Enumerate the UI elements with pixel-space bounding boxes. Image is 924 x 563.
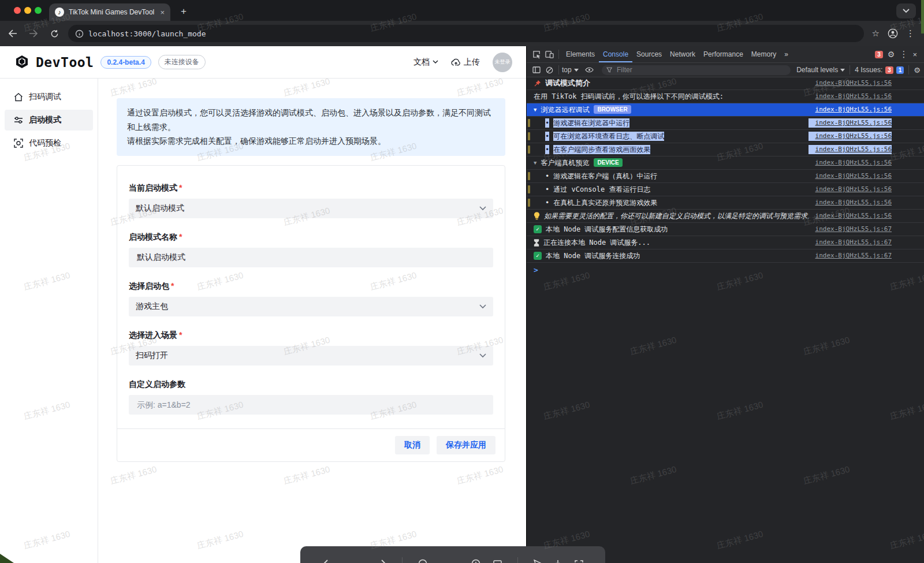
profile-icon[interactable] — [888, 28, 898, 39]
console-row: ✓ 本地 Node 调试服务配置信息获取成功 index-BjQHzL55.js… — [527, 223, 924, 236]
inspect-cursor-icon — [532, 50, 541, 59]
browser-tab[interactable]: ♪ TikTok Mini Games DevTool × — [49, 3, 170, 21]
tab-overflow-button[interactable] — [896, 3, 916, 18]
enter-scene-select[interactable]: 扫码打开 — [129, 346, 493, 366]
field-custom-params: 自定义启动参数 — [129, 379, 493, 415]
select-value: 默认启动模式 — [136, 203, 184, 214]
zoom-in-icon[interactable] — [471, 559, 480, 563]
more-tabs-button[interactable]: » — [780, 47, 792, 62]
tab-console[interactable]: Console — [599, 47, 632, 62]
browser-menu-icon[interactable]: ⋮ — [906, 28, 915, 39]
source-link[interactable]: index-BjQHzL55.js:56 — [808, 171, 892, 181]
bullet-icon: • — [545, 145, 549, 154]
issues-counter[interactable]: 4 Issues: 3 1 — [855, 66, 904, 74]
cursor-icon[interactable] — [534, 560, 541, 563]
prompt-chevron: > — [534, 266, 538, 274]
chevron-down-icon — [574, 69, 579, 72]
upload-button[interactable]: 上传 — [451, 57, 480, 68]
divider — [908, 65, 909, 74]
tab-close-icon[interactable]: × — [160, 8, 165, 17]
console-settings-icon[interactable]: ⚙ — [914, 66, 921, 74]
tab-performance[interactable]: Performance — [699, 47, 747, 62]
filter-input[interactable] — [616, 65, 786, 74]
divider — [558, 50, 559, 59]
tab-network[interactable]: Network — [666, 47, 699, 62]
source-link[interactable]: index-BjQHzL55.js:56 — [808, 92, 892, 101]
frame-icon[interactable] — [493, 560, 502, 563]
source-link[interactable]: index-BjQHzL55.js:56 — [808, 185, 892, 194]
source-link[interactable]: index-BjQHzL55.js:56 — [808, 105, 892, 114]
window-maximize-button[interactable] — [35, 7, 42, 14]
zoom-out-icon[interactable] — [418, 559, 427, 563]
console-row: 如果需要更灵活的配置，你还可以新建自定义启动模式，以满足特定的调试与预览需求。 … — [527, 210, 924, 223]
window-minimize-button[interactable] — [24, 7, 31, 14]
reload-button[interactable] — [46, 25, 62, 42]
cancel-button[interactable]: 取消 — [395, 436, 430, 454]
docs-menu[interactable]: 文档 — [413, 57, 438, 68]
chevron-right-icon[interactable] — [381, 560, 386, 563]
download-icon[interactable] — [554, 560, 562, 563]
sidebar-item-label: 扫码调试 — [29, 92, 61, 102]
device-toolbar-button[interactable] — [543, 49, 556, 60]
required-asterisk: * — [179, 232, 182, 241]
console-filter[interactable] — [602, 65, 791, 75]
devtools-settings-icon[interactable]: ⚙ — [888, 50, 895, 59]
source-link[interactable]: index-BjQHzL55.js:56 — [808, 145, 892, 154]
source-link[interactable]: index-BjQHzL55.js:67 — [808, 225, 892, 234]
console-error-badge[interactable]: 3 — [875, 51, 883, 58]
source-link[interactable]: index-BjQHzL55.js:56 — [808, 132, 892, 141]
chevron-left-icon[interactable] — [323, 560, 328, 563]
select-value: 游戏主包 — [136, 301, 168, 312]
forward-button[interactable] — [25, 25, 42, 42]
back-button[interactable] — [5, 25, 21, 42]
current-mode-select[interactable]: 默认启动模式 — [129, 199, 493, 218]
tab-memory[interactable]: Memory — [747, 47, 780, 62]
sidebar-item-scan-debug[interactable]: 扫码调试 — [5, 87, 93, 107]
mode-name-input[interactable] — [136, 252, 486, 263]
source-link[interactable]: index-BjQHzL55.js:56 — [808, 118, 892, 128]
field-label: 选择进入场景 — [129, 330, 177, 340]
source-link[interactable]: index-BjQHzL55.js:56 — [808, 158, 892, 167]
sidebar-item-code-check[interactable]: 代码预检 — [5, 133, 93, 154]
console-prompt[interactable]: > — [527, 263, 924, 277]
window-close-button[interactable] — [14, 7, 21, 14]
info-banner: 通过设置启动模式，您可以灵活选择游戏的调试模式、启动包、进入场景以及启动参数，满… — [117, 98, 505, 156]
bookmark-star-icon[interactable]: ☆ — [872, 28, 880, 39]
console-sidebar-button[interactable] — [530, 64, 543, 76]
launch-package-select[interactable]: 游戏主包 — [129, 297, 493, 316]
banner-line2: 请根据实际需求完成相关配置，确保游戏能够正常启动并进入预期场景。 — [127, 134, 495, 148]
group-expand-icon[interactable]: ▼ — [534, 105, 536, 114]
device-badge: DEVICE — [594, 158, 622, 167]
address-bar[interactable]: localhost:3000/launch_mode — [68, 25, 864, 42]
fullscreen-icon[interactable] — [575, 560, 583, 563]
avatar[interactable]: 未登录 — [493, 53, 512, 72]
inspect-element-button[interactable] — [530, 49, 543, 60]
scan-icon — [14, 139, 23, 148]
source-link[interactable]: index-BjQHzL55.js:56 — [808, 79, 892, 88]
tab-sources[interactable]: Sources — [632, 47, 666, 62]
chevron-down-icon — [840, 69, 845, 72]
console-row: • 可在浏览器环境查看日志、断点调试 index-BjQHzL55.js:56 — [527, 130, 924, 143]
site-info-icon[interactable] — [75, 29, 84, 38]
source-link[interactable]: index-BjQHzL55.js:67 — [808, 251, 892, 260]
devtools-menu-icon[interactable]: ⋮ — [899, 49, 908, 59]
custom-params-input[interactable] — [136, 400, 486, 410]
save-apply-button[interactable]: 保存并应用 — [437, 436, 495, 454]
lightbulb-icon — [534, 211, 540, 221]
clear-console-button[interactable] — [543, 64, 556, 76]
devtools-panel: Elements Console Sources Network Perform… — [526, 46, 924, 563]
new-tab-button[interactable]: + — [177, 5, 191, 18]
devtools-close-icon[interactable]: × — [912, 50, 917, 59]
group-expand-icon[interactable]: ▼ — [534, 158, 536, 167]
tab-elements[interactable]: Elements — [562, 47, 599, 62]
console-row: 调试模式简介 index-BjQHzL55.js:56 — [527, 77, 924, 90]
hourglass-icon — [534, 238, 539, 247]
source-link[interactable]: index-BjQHzL55.js:56 — [808, 198, 892, 207]
sidebar-item-launch-mode[interactable]: 启动模式 — [5, 110, 93, 131]
source-link[interactable]: index-BjQHzL55.js:56 — [808, 211, 892, 221]
levels-selector[interactable]: Default levels — [796, 66, 845, 74]
live-expression-button[interactable] — [583, 64, 596, 76]
device-status-badge: 未连接设备 — [158, 55, 206, 69]
source-link[interactable]: index-BjQHzL55.js:67 — [808, 238, 892, 247]
context-selector[interactable]: top — [562, 66, 579, 74]
